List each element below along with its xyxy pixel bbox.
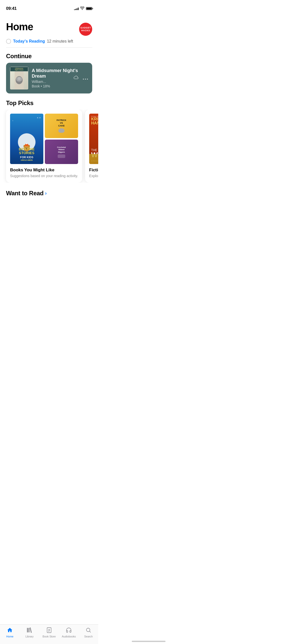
want-to-read-title: Want to Read (6, 190, 44, 197)
book-meta: Book • 18% (32, 84, 88, 88)
status-icons (74, 7, 92, 11)
battery-icon (86, 7, 92, 10)
more-options-icon[interactable] (83, 75, 88, 81)
header-section: Home GADGET HACKS (0, 14, 98, 36)
fiction-label: Fiction (89, 168, 98, 173)
fiction-author-2: HAN (91, 121, 98, 125)
crocheted-slippers-book: CrochetedRibbedSlippers (45, 140, 78, 164)
books-you-might-like-label: Books You Might Like (10, 168, 78, 173)
fiction-author: KRIS (91, 117, 98, 121)
want-to-read-chevron: › (45, 190, 47, 196)
top-picks-section: Top Picks ★ ★ ★ (0, 93, 98, 183)
signal-bars-icon (74, 7, 79, 10)
book-cover-image: A Midsummer Night's Dream (10, 67, 28, 89)
bedtime-title: BedtimeStoriesfor Kids (19, 147, 35, 159)
wifi-icon (80, 7, 84, 11)
status-bar: 09:41 (0, 0, 98, 14)
books-you-might-like-desc: Suggestions based on your reading activi… (10, 174, 78, 179)
continue-section-title: Continue (0, 48, 98, 63)
book-cover-thumbnail: A Midsummer Night's Dream (10, 67, 28, 89)
books-grid: ★ ★ ★ (10, 114, 78, 164)
avatar-line2: HACKS (81, 29, 90, 32)
signal-bar-2 (75, 9, 76, 10)
want-to-read-section: Want to Read › (0, 183, 98, 199)
signal-bar-3 (77, 8, 77, 10)
svg-point-3 (83, 79, 84, 80)
svg-point-2 (18, 77, 21, 80)
battery-fill (86, 8, 92, 10)
fiction-card[interactable]: #1 New York Times KRIS HAN THE WO A Nove… (85, 110, 98, 183)
patrick-vs-cake-book: PATRICKvsCAKE (45, 114, 78, 138)
patrick-vs-cake-title: PATRICKvsCAKE (57, 119, 67, 127)
fiction-book-cover: #1 New York Times KRIS HAN THE WO A Nove… (89, 114, 98, 164)
todays-reading-label: Today's Reading (13, 39, 45, 44)
signal-bar-1 (74, 9, 75, 10)
svg-point-16 (26, 143, 27, 144)
page-title: Home (6, 21, 33, 32)
books-you-might-like-card[interactable]: ★ ★ ★ (6, 110, 82, 183)
avatar-line1: GADGET (80, 26, 91, 29)
todays-reading-row[interactable]: Today's Reading 12 minutes left (0, 36, 98, 44)
continue-book-card[interactable]: A Midsummer Night's Dream A Midsummer Ni… (6, 63, 92, 93)
svg-point-4 (85, 79, 86, 80)
want-to-read-title-row[interactable]: Want to Read › (0, 190, 98, 199)
reading-circle-icon (6, 39, 11, 44)
fiction-desc: Explore best-selling genre. (89, 174, 98, 179)
signal-bar-4 (78, 8, 79, 10)
bedtime-stories-book: ★ ★ ★ (10, 114, 43, 164)
top-picks-cards-row: ★ ★ ★ (0, 110, 98, 183)
book-card-actions (73, 75, 88, 81)
top-picks-title: Top Picks (0, 94, 98, 110)
status-time: 09:41 (6, 6, 17, 11)
cloud-download-icon[interactable] (73, 75, 79, 81)
svg-point-5 (87, 79, 88, 80)
crocheted-slippers-title: CrochetedRibbedSlippers (57, 146, 67, 153)
uncle-amon-text: Uncle Amon (19, 159, 35, 161)
todays-reading-time: 12 minutes left (47, 39, 73, 44)
avatar-badge[interactable]: GADGET HACKS (79, 23, 92, 36)
main-content: 09:41 Home GADGE (0, 0, 98, 224)
